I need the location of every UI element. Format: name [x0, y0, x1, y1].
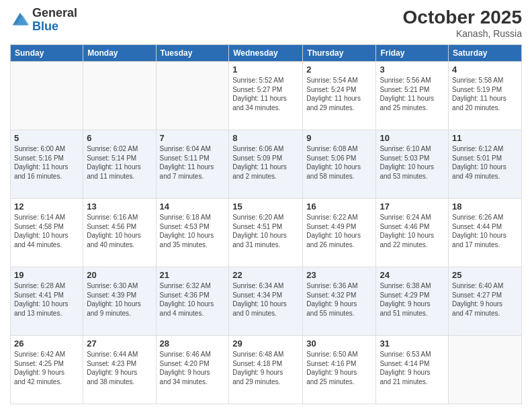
day-number: 9 — [306, 133, 372, 143]
table-row: 16Sunrise: 6:22 AM Sunset: 4:49 PM Dayli… — [303, 199, 376, 267]
day-number: 20 — [87, 270, 152, 280]
table-row: 15Sunrise: 6:20 AM Sunset: 4:51 PM Dayli… — [229, 199, 303, 267]
table-row — [11, 62, 83, 130]
table-row: 9Sunrise: 6:08 AM Sunset: 5:06 PM Daylig… — [303, 130, 376, 199]
calendar-week-2: 5Sunrise: 6:00 AM Sunset: 5:16 PM Daylig… — [11, 130, 522, 199]
table-row: 17Sunrise: 6:24 AM Sunset: 4:46 PM Dayli… — [376, 199, 449, 267]
table-row: 21Sunrise: 6:32 AM Sunset: 4:36 PM Dayli… — [156, 267, 229, 336]
logo-general: General — [32, 6, 77, 19]
table-row — [156, 62, 229, 130]
table-row: 11Sunrise: 6:12 AM Sunset: 5:01 PM Dayli… — [449, 130, 522, 199]
day-number: 27 — [87, 338, 152, 349]
day-number: 31 — [380, 338, 445, 349]
table-row: 29Sunrise: 6:48 AM Sunset: 4:18 PM Dayli… — [229, 336, 303, 404]
logo-icon — [10, 10, 30, 30]
table-row: 14Sunrise: 6:18 AM Sunset: 4:53 PM Dayli… — [156, 199, 229, 267]
day-info: Sunrise: 6:53 AM Sunset: 4:14 PM Dayligh… — [380, 350, 445, 386]
day-info: Sunrise: 6:46 AM Sunset: 4:20 PM Dayligh… — [160, 350, 226, 386]
day-number: 16 — [306, 201, 372, 212]
logo: General Blue — [10, 7, 77, 34]
day-info: Sunrise: 6:48 AM Sunset: 4:18 PM Dayligh… — [232, 350, 299, 386]
table-row: 1Sunrise: 5:52 AM Sunset: 5:27 PM Daylig… — [229, 62, 303, 130]
day-info: Sunrise: 6:32 AM Sunset: 4:36 PM Dayligh… — [160, 281, 226, 318]
col-sunday: Sunday — [11, 45, 83, 62]
day-number: 22 — [232, 270, 299, 280]
col-tuesday: Tuesday — [156, 45, 229, 62]
table-row: 28Sunrise: 6:46 AM Sunset: 4:20 PM Dayli… — [156, 336, 229, 404]
day-number: 8 — [232, 133, 299, 143]
table-row: 19Sunrise: 6:28 AM Sunset: 4:41 PM Dayli… — [11, 267, 83, 336]
day-number: 5 — [14, 133, 79, 143]
day-number: 3 — [380, 64, 445, 75]
day-info: Sunrise: 6:12 AM Sunset: 5:01 PM Dayligh… — [452, 144, 518, 181]
logo-blue: Blue — [32, 19, 58, 33]
table-row: 5Sunrise: 6:00 AM Sunset: 5:16 PM Daylig… — [11, 130, 83, 199]
day-number: 24 — [380, 270, 445, 280]
month-title: October 2025 — [403, 7, 522, 28]
day-number: 30 — [306, 338, 372, 349]
day-info: Sunrise: 6:18 AM Sunset: 4:53 PM Dayligh… — [160, 213, 226, 249]
day-number: 14 — [160, 201, 226, 212]
day-number: 15 — [232, 201, 299, 212]
day-info: Sunrise: 6:38 AM Sunset: 4:29 PM Dayligh… — [380, 281, 445, 318]
col-monday: Monday — [83, 45, 156, 62]
day-number: 2 — [306, 64, 372, 75]
calendar-header-row: Sunday Monday Tuesday Wednesday Thursday… — [11, 45, 522, 62]
day-info: Sunrise: 6:04 AM Sunset: 5:11 PM Dayligh… — [160, 144, 226, 181]
day-number: 19 — [14, 270, 79, 280]
day-number: 7 — [160, 133, 226, 143]
header: General Blue October 2025 Kanash, Russia — [10, 7, 522, 39]
day-info: Sunrise: 5:52 AM Sunset: 5:27 PM Dayligh… — [232, 76, 299, 112]
day-info: Sunrise: 6:06 AM Sunset: 5:09 PM Dayligh… — [232, 144, 299, 181]
day-number: 17 — [380, 201, 445, 212]
table-row: 8Sunrise: 6:06 AM Sunset: 5:09 PM Daylig… — [229, 130, 303, 199]
day-number: 12 — [14, 201, 79, 212]
table-row — [83, 62, 156, 130]
calendar-week-3: 12Sunrise: 6:14 AM Sunset: 4:58 PM Dayli… — [11, 199, 522, 267]
day-number: 23 — [306, 270, 372, 280]
table-row: 25Sunrise: 6:40 AM Sunset: 4:27 PM Dayli… — [449, 267, 522, 336]
day-number: 1 — [232, 64, 299, 75]
day-number: 10 — [380, 133, 445, 143]
table-row: 13Sunrise: 6:16 AM Sunset: 4:56 PM Dayli… — [83, 199, 156, 267]
calendar-table: Sunday Monday Tuesday Wednesday Thursday… — [10, 44, 522, 404]
day-info: Sunrise: 5:54 AM Sunset: 5:24 PM Dayligh… — [306, 76, 372, 112]
day-number: 6 — [87, 133, 152, 143]
table-row — [449, 336, 522, 404]
table-row: 2Sunrise: 5:54 AM Sunset: 5:24 PM Daylig… — [303, 62, 376, 130]
day-info: Sunrise: 6:08 AM Sunset: 5:06 PM Dayligh… — [306, 144, 372, 181]
day-info: Sunrise: 6:28 AM Sunset: 4:41 PM Dayligh… — [14, 281, 79, 318]
calendar-week-1: 1Sunrise: 5:52 AM Sunset: 5:27 PM Daylig… — [11, 62, 522, 130]
table-row: 26Sunrise: 6:42 AM Sunset: 4:25 PM Dayli… — [11, 336, 83, 404]
day-info: Sunrise: 5:56 AM Sunset: 5:21 PM Dayligh… — [380, 76, 445, 112]
day-number: 13 — [87, 201, 152, 212]
location: Kanash, Russia — [403, 28, 522, 39]
table-row: 12Sunrise: 6:14 AM Sunset: 4:58 PM Dayli… — [11, 199, 83, 267]
day-number: 28 — [160, 338, 226, 349]
col-friday: Friday — [376, 45, 449, 62]
table-row: 24Sunrise: 6:38 AM Sunset: 4:29 PM Dayli… — [376, 267, 449, 336]
page: General Blue October 2025 Kanash, Russia… — [0, 0, 532, 411]
calendar-week-5: 26Sunrise: 6:42 AM Sunset: 4:25 PM Dayli… — [11, 336, 522, 404]
table-row: 6Sunrise: 6:02 AM Sunset: 5:14 PM Daylig… — [83, 130, 156, 199]
day-info: Sunrise: 6:50 AM Sunset: 4:16 PM Dayligh… — [306, 350, 372, 386]
day-info: Sunrise: 6:36 AM Sunset: 4:32 PM Dayligh… — [306, 281, 372, 318]
table-row: 3Sunrise: 5:56 AM Sunset: 5:21 PM Daylig… — [376, 62, 449, 130]
day-info: Sunrise: 6:22 AM Sunset: 4:49 PM Dayligh… — [306, 213, 372, 249]
day-info: Sunrise: 6:42 AM Sunset: 4:25 PM Dayligh… — [14, 350, 79, 386]
table-row: 10Sunrise: 6:10 AM Sunset: 5:03 PM Dayli… — [376, 130, 449, 199]
table-row: 27Sunrise: 6:44 AM Sunset: 4:23 PM Dayli… — [83, 336, 156, 404]
table-row: 18Sunrise: 6:26 AM Sunset: 4:44 PM Dayli… — [449, 199, 522, 267]
day-info: Sunrise: 6:02 AM Sunset: 5:14 PM Dayligh… — [87, 144, 152, 181]
day-number: 4 — [452, 64, 518, 75]
day-info: Sunrise: 6:26 AM Sunset: 4:44 PM Dayligh… — [452, 213, 518, 249]
table-row: 7Sunrise: 6:04 AM Sunset: 5:11 PM Daylig… — [156, 130, 229, 199]
logo-text: General Blue — [32, 7, 77, 34]
day-number: 25 — [452, 270, 518, 280]
calendar-week-4: 19Sunrise: 6:28 AM Sunset: 4:41 PM Dayli… — [11, 267, 522, 336]
day-info: Sunrise: 6:20 AM Sunset: 4:51 PM Dayligh… — [232, 213, 299, 249]
day-info: Sunrise: 6:34 AM Sunset: 4:34 PM Dayligh… — [232, 281, 299, 318]
day-info: Sunrise: 6:24 AM Sunset: 4:46 PM Dayligh… — [380, 213, 445, 249]
col-wednesday: Wednesday — [229, 45, 303, 62]
day-info: Sunrise: 6:10 AM Sunset: 5:03 PM Dayligh… — [380, 144, 445, 181]
